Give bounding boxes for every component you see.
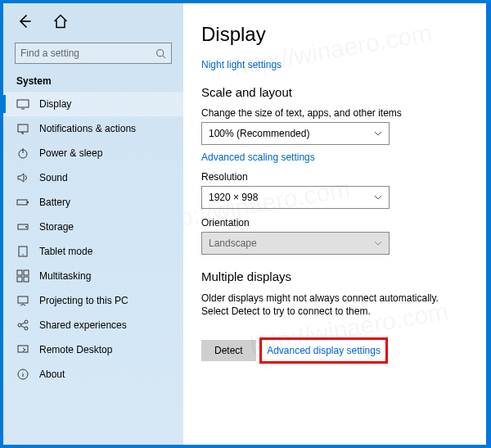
- scale-dropdown[interactable]: 100% (Recommended): [201, 122, 390, 145]
- back-button[interactable]: [16, 13, 33, 29]
- about-icon: [16, 368, 29, 381]
- display-icon: [16, 97, 29, 111]
- resolution-value: 1920 × 998: [209, 192, 258, 203]
- chevron-down-icon: [374, 193, 382, 201]
- resolution-label: Resolution: [201, 171, 468, 183]
- night-light-link[interactable]: Night light settings: [201, 59, 468, 70]
- sidebar-item-battery[interactable]: Battery: [3, 190, 183, 215]
- resolution-dropdown[interactable]: 1920 × 998: [201, 186, 390, 209]
- chevron-down-icon: [374, 129, 382, 138]
- sidebar-item-label: Display: [39, 98, 71, 110]
- svg-point-15: [18, 324, 21, 327]
- advanced-scaling-link[interactable]: Advanced scaling settings: [201, 152, 468, 163]
- sidebar-item-display[interactable]: Display: [3, 92, 183, 116]
- scale-value: 100% (Recommended): [209, 128, 309, 139]
- shared-icon: [16, 319, 29, 332]
- multiple-displays-desc: Older displays might not always connect …: [201, 292, 455, 318]
- sidebar-item-label: Notifications & actions: [39, 123, 136, 134]
- orientation-label: Orientation: [201, 217, 468, 229]
- scale-heading: Scale and layout: [201, 85, 468, 99]
- svg-rect-11: [24, 270, 29, 275]
- svg-rect-10: [17, 270, 22, 275]
- svg-point-0: [157, 49, 164, 56]
- svg-point-7: [25, 226, 27, 228]
- sidebar-item-label: Projecting to this PC: [39, 295, 128, 306]
- svg-rect-5: [27, 201, 29, 203]
- search-icon: [155, 48, 166, 59]
- power-icon: [16, 147, 29, 160]
- storage-icon: [16, 220, 29, 233]
- scale-label: Change the size of text, apps, and other…: [201, 107, 468, 119]
- sidebar-item-label: Power & sleep: [39, 147, 102, 159]
- search-input[interactable]: Find a setting: [15, 43, 172, 64]
- multiple-displays-heading: Multiple displays: [201, 269, 468, 283]
- main-content: http://winaero.com http://winaero.com ht…: [183, 3, 486, 445]
- sidebar: Find a setting System Display Notificati…: [3, 3, 183, 445]
- sidebar-item-sound[interactable]: Sound: [3, 165, 183, 190]
- svg-point-16: [25, 320, 28, 324]
- svg-rect-2: [18, 124, 28, 132]
- search-placeholder: Find a setting: [20, 48, 79, 59]
- svg-rect-12: [17, 277, 22, 282]
- notifications-icon: [16, 122, 29, 135]
- sidebar-item-label: About: [39, 369, 65, 380]
- battery-icon: [16, 196, 29, 209]
- svg-rect-13: [24, 277, 29, 282]
- multitasking-icon: [16, 269, 29, 283]
- page-title: Display: [201, 23, 468, 46]
- projecting-icon: [16, 294, 29, 307]
- sidebar-item-label: Sound: [39, 172, 68, 183]
- tablet-icon: [16, 245, 29, 258]
- sidebar-item-notifications[interactable]: Notifications & actions: [3, 116, 183, 141]
- svg-rect-1: [17, 100, 29, 107]
- advanced-display-settings-link[interactable]: Advanced display settings: [267, 345, 381, 356]
- detect-button[interactable]: Detect: [201, 340, 256, 361]
- sidebar-item-storage[interactable]: Storage: [3, 215, 183, 239]
- sidebar-item-remote[interactable]: Remote Desktop: [3, 337, 183, 362]
- chevron-down-icon: [374, 239, 382, 247]
- sidebar-item-label: Shared experiences: [39, 319, 127, 331]
- sidebar-item-multitasking[interactable]: Multitasking: [3, 264, 183, 288]
- highlighted-region: Advanced display settings: [259, 337, 388, 364]
- sound-icon: [16, 171, 29, 184]
- svg-rect-4: [17, 200, 27, 205]
- sidebar-item-label: Multitasking: [39, 270, 91, 282]
- sidebar-item-label: Tablet mode: [39, 246, 92, 257]
- sidebar-item-power[interactable]: Power & sleep: [3, 141, 183, 165]
- sidebar-item-label: Storage: [39, 221, 74, 233]
- sidebar-section-label: System: [3, 70, 183, 92]
- remote-icon: [16, 343, 29, 356]
- orientation-dropdown[interactable]: Landscape: [201, 232, 390, 255]
- svg-point-17: [25, 327, 28, 330]
- sidebar-item-about[interactable]: About: [3, 362, 183, 387]
- sidebar-item-label: Remote Desktop: [39, 344, 112, 355]
- svg-rect-14: [18, 296, 28, 303]
- sidebar-item-projecting[interactable]: Projecting to this PC: [3, 288, 183, 313]
- sidebar-item-label: Battery: [39, 197, 70, 208]
- sidebar-item-tablet[interactable]: Tablet mode: [3, 239, 183, 264]
- home-button[interactable]: [52, 13, 69, 29]
- sidebar-item-shared[interactable]: Shared experiences: [3, 313, 183, 337]
- svg-point-9: [22, 254, 23, 255]
- orientation-value: Landscape: [209, 238, 257, 249]
